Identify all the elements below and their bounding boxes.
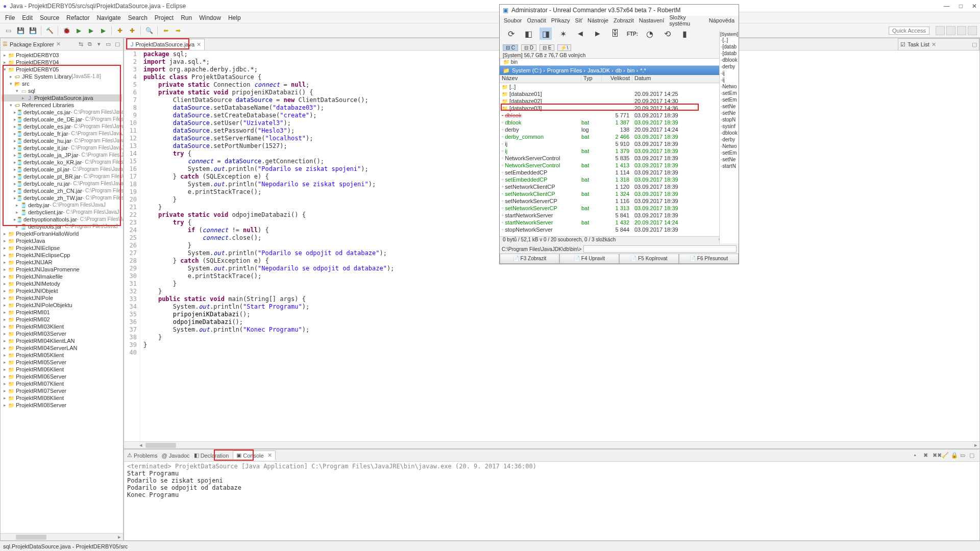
uc-sync-icon[interactable]: ⟲ xyxy=(661,28,673,40)
uc-file-row[interactable]: ▫setNetworkServerCPbat1 31303.09.2017 18… xyxy=(500,205,739,212)
uc-stop-icon[interactable]: ◧ xyxy=(522,28,534,40)
tree-node[interactable]: ▸📁ProjektJNIEclipseCpp xyxy=(2,252,122,259)
close-icon[interactable]: ✕ xyxy=(972,3,977,10)
tree-node[interactable]: ▸🫙derby.jar - C:\Program Files\JavaJ xyxy=(2,202,122,209)
tree-node[interactable]: ▾▭sql xyxy=(2,87,122,94)
tree-node[interactable]: ▸📁ProjektRMI04ServerLAN xyxy=(2,344,122,352)
uc-drive-d[interactable]: ⊟ D xyxy=(521,44,536,51)
tree-node[interactable]: ▸🫙derbyLocale_ko_KR.jar - C:\Program Fil… xyxy=(2,159,122,166)
uc-menu-item[interactable]: Zobrazit xyxy=(614,17,634,23)
tree-node[interactable]: ▸🫙derbyLocale_pl.jar - C:\Program Files\… xyxy=(2,166,122,173)
uc-menu-item[interactable]: Síť xyxy=(575,17,582,23)
editor-tab[interactable]: J ProjektDataSource.java ✕ xyxy=(127,39,205,50)
tree-node[interactable]: ▾📂src xyxy=(2,80,122,87)
tree-node[interactable]: ▸🏷JRE System Library [JavaSE-1.8] xyxy=(2,73,122,80)
tree-node[interactable]: ▸🫙derbyLocale_es.jar - C:\Program Files\… xyxy=(2,123,122,130)
newclass-icon[interactable]: ✚ xyxy=(115,26,125,36)
menu-source[interactable]: Source xyxy=(40,14,59,21)
unreal-commander-window[interactable]: ▣ Administrator - Unreal Commander v3.57… xyxy=(499,4,739,264)
tree-node[interactable]: ▸🫙derbyLocale_hu.jar - C:\Program Files\… xyxy=(2,137,122,144)
uc-lay-icon[interactable]: ▮ xyxy=(678,28,691,40)
tree-node[interactable]: ▸📁ProjektRMI04KlientLAN xyxy=(2,337,122,344)
uc-pack-icon[interactable]: 🗄 xyxy=(609,28,621,40)
stop-icon[interactable]: ✖ xyxy=(923,452,930,459)
tree-node[interactable]: ▸📁ProjektRMI03Klient xyxy=(2,323,122,330)
pin-icon[interactable]: ▪ xyxy=(914,452,921,459)
uc-command-line[interactable]: C:\Program Files\JavaJDK\db\bin\> xyxy=(500,244,739,254)
uc-file-row[interactable]: ▫setNetworkServerCP1 11603.09.2017 18:39 xyxy=(500,197,739,205)
uc-breadcrumb[interactable]: 📁System (C:)Program FilesJavaJDKdbbin*.* xyxy=(500,66,739,75)
tree-node[interactable]: ▸📁ProjektJNIPoleObjektu xyxy=(2,302,122,309)
menu-navigate[interactable]: Navigate xyxy=(96,14,120,21)
tree-node[interactable]: ▸📁ProjektRMI08Server xyxy=(2,402,122,409)
uc-file-row[interactable]: ▫startNetworkServerbat1 43220.09.2017 14… xyxy=(500,219,739,226)
uc-file-row[interactable]: ▫setEmbeddedCPbat1 31803.09.2017 18:39 xyxy=(500,176,739,183)
tree-node[interactable]: ▸📁ProjektRMI01 xyxy=(2,309,122,316)
search-icon[interactable]: 🔍 xyxy=(144,26,154,36)
tree-node[interactable]: ▸🫙derbyclient.jar - C:\Program Files\Jav… xyxy=(2,209,122,216)
tree-node[interactable]: ▸🫙derbyLocale_zh_CN.jar - C:\Program Fil… xyxy=(2,187,122,194)
uc-file-row[interactable]: ▫setEmbeddedCP1 11403.09.2017 18:39 xyxy=(500,169,739,176)
tasklist-close-icon[interactable]: ✕ xyxy=(932,41,936,48)
cons-min-icon[interactable]: ▭ xyxy=(960,452,967,459)
saveall-icon[interactable]: 💾 xyxy=(28,26,38,36)
tree-node[interactable]: ▸📁ProjektJNIMetody xyxy=(2,280,122,287)
runlast-icon[interactable]: ▶ xyxy=(86,26,96,36)
fwd-icon[interactable]: ➡ xyxy=(173,26,183,36)
menu-run[interactable]: Run xyxy=(181,14,192,21)
horizontal-scrollbar[interactable]: ▸ xyxy=(1,533,123,540)
uc-menu-item[interactable]: Příkazy xyxy=(551,17,570,23)
tree-node[interactable]: ▸🫙derbyLocale_ja_JP.jar - C:\Program Fil… xyxy=(2,152,122,159)
tree-node[interactable]: ▸📁ProjektRMI07Klient xyxy=(2,380,122,387)
back-icon[interactable]: ⬅ xyxy=(161,26,171,36)
project-tree[interactable]: ▸📁ProjektDERBY03▸📁ProjektDERBY04▾📁Projek… xyxy=(1,51,123,533)
uc-star-icon[interactable]: ✶ xyxy=(557,28,569,40)
tree-node[interactable]: ▸📁ProjektJNImakefile xyxy=(2,273,122,280)
uc-file-list[interactable]: 📁[..]📁[databaze01]20.09.2017 14:25📁[data… xyxy=(500,83,739,236)
tree-node[interactable]: ▸🫙derbyLocale_cs.jar - C:\Program Files\… xyxy=(2,109,122,116)
console-output[interactable]: <terminated> ProjektDataSource [Java App… xyxy=(124,462,979,540)
uc-file-row[interactable]: ▫NetworkServerControl5 83503.09.2017 18:… xyxy=(500,155,739,162)
uc-file-row[interactable]: ▫startNetworkServer5 84103.09.2017 18:39 xyxy=(500,212,739,219)
tree-node[interactable]: ▸📁ProjektJNIJAR xyxy=(2,259,122,266)
menu-icon[interactable]: ▾ xyxy=(95,41,103,48)
coverage-icon[interactable]: ▶ xyxy=(98,26,108,36)
uc-right-icon[interactable]: ► xyxy=(592,28,604,40)
task-list-view[interactable]: ☑ Task List ✕ ▢ xyxy=(898,38,979,51)
min-icon[interactable]: ▭ xyxy=(105,41,112,48)
tree-node[interactable]: ▸📁ProjektJNIPole xyxy=(2,294,122,302)
tab-javadoc[interactable]: @Javadoc xyxy=(161,453,189,459)
tree-node[interactable]: ▸📁ProjektRMI07Server xyxy=(2,387,122,394)
minimize-icon[interactable]: — xyxy=(944,3,950,10)
tree-node[interactable]: ▾📁ProjektDERBY05 xyxy=(2,66,122,73)
tree-node[interactable]: ▸📁ProjektDERBY03 xyxy=(2,52,122,59)
max-icon[interactable]: ▢ xyxy=(114,41,121,48)
uc-file-row[interactable]: ▫derby_commonbat2 46603.09.2017 18:39 xyxy=(500,133,739,140)
uc-drive-c[interactable]: ⊟ C xyxy=(503,44,518,51)
uc-refresh-icon[interactable]: ⟳ xyxy=(505,28,517,40)
maximize-icon[interactable]: □ xyxy=(959,3,963,10)
debug-icon[interactable]: 🐞 xyxy=(61,26,71,36)
tasklist-max-icon[interactable]: ▢ xyxy=(972,41,977,48)
uc-menu-item[interactable]: Soubor xyxy=(504,17,522,23)
uc-file-row[interactable]: ▫NetworkServerControlbat1 41303.09.2017 … xyxy=(500,162,739,169)
uc-drive-net[interactable]: ⚡\ xyxy=(557,44,571,51)
uc-file-row[interactable]: ▫dblookbat1 38703.09.2017 18:39 xyxy=(500,119,739,126)
newpkg-icon[interactable]: ✚ xyxy=(127,26,137,36)
tree-node[interactable]: ▸🫙derbyLocale_fr.jar - C:\Program Files\… xyxy=(2,130,122,137)
tree-node[interactable]: ▸📁ProjektRMI06Server xyxy=(2,373,122,380)
uc-fkey[interactable]: 📄 F4 Upravit xyxy=(559,254,619,264)
tree-node[interactable]: ▸🫙derbyLocale_ru.jar - C:\Program Files\… xyxy=(2,180,122,187)
tree-node[interactable]: ▸🫙derbyoptionaltools.jar - C:\Program Fi… xyxy=(2,216,122,223)
tree-node[interactable]: ▸🫙derbyLocale_zh_TW.jar - C:\Program Fil… xyxy=(2,194,122,202)
close-tab-icon[interactable]: ✕ xyxy=(197,41,201,48)
uc-file-row[interactable]: ▫stopNetworkServer5 84403.09.2017 18:39 xyxy=(500,226,739,233)
uc-file-row[interactable]: ▫setNetworkClientCPbat1 32403.09.2017 18… xyxy=(500,190,739,197)
uc-panel-icon[interactable]: ◨ xyxy=(540,28,552,40)
uc-fkey[interactable]: 📄 F3 Zobrazit xyxy=(500,254,559,264)
collapse-icon[interactable]: ⇆ xyxy=(77,41,84,48)
tree-node[interactable]: ▸📁ProjektRMI03Server xyxy=(2,330,122,337)
uc-menu-item[interactable]: Označit xyxy=(527,17,546,23)
cons-max-icon[interactable]: ▢ xyxy=(969,452,976,459)
uc-disc-icon[interactable]: ◔ xyxy=(644,28,656,40)
